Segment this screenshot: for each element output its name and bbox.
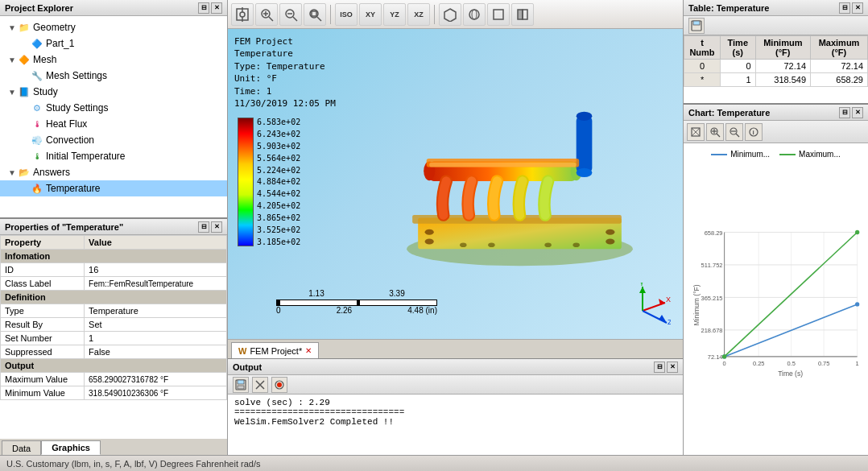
tab-data[interactable]: Data <box>2 440 41 455</box>
toolbar-half-view[interactable] <box>511 3 534 26</box>
row0-min: 72.14 <box>755 60 810 73</box>
expand-part1[interactable] <box>19 38 31 49</box>
row1-time: 1 <box>721 73 756 87</box>
expand-initial-temp[interactable] <box>19 151 31 162</box>
props-row-maxvalue: Maximum Value 658.290027316782 °F <box>1 373 227 386</box>
props-section-output: Output <box>1 359 227 373</box>
expand-heat[interactable] <box>19 118 31 130</box>
props-row-id: ID 16 <box>1 263 227 277</box>
chart-zoom-out-btn[interactable] <box>725 123 743 141</box>
tree-item-answers[interactable]: ▼ 📂 Answers <box>0 164 227 180</box>
svg-line-91 <box>725 304 858 357</box>
chart-info-btn[interactable]: i <box>745 123 763 141</box>
tree-item-study[interactable]: ▼ 📘 Study <box>0 84 227 100</box>
svg-marker-43 <box>639 287 646 293</box>
tab-fem-project[interactable]: W FEM Project* ✕ <box>231 342 319 358</box>
tree-item-geometry[interactable]: ▼ 📁 Geometry <box>0 19 227 35</box>
row0-max: 72.14 <box>811 60 868 73</box>
status-text: U.S. Customary (lbm, in, s, F, A, lbf, V… <box>6 459 260 469</box>
output-record-btn[interactable] <box>271 377 287 393</box>
tab-graphics[interactable]: Graphics <box>41 440 101 455</box>
scale-bar: 1.13 3.39 0 2.26 4.48 (in) <box>276 289 437 315</box>
toolbar-box-view[interactable] <box>439 3 461 26</box>
explorer-close-btn[interactable]: ✕ <box>211 2 222 14</box>
svg-point-15 <box>469 10 479 19</box>
tree-label-answers: Answers <box>33 167 70 178</box>
expand-study-settings[interactable] <box>19 102 31 114</box>
toolbar-xy[interactable]: XY <box>359 3 382 26</box>
axes-indicator: X Y Z <box>626 283 667 323</box>
toolbar-iso[interactable]: ISO <box>335 3 358 26</box>
table-close-btn[interactable]: ✕ <box>852 2 863 14</box>
svg-text:0: 0 <box>723 360 726 367</box>
tree-label-part1: Part_1 <box>46 38 74 49</box>
expand-temperature[interactable] <box>19 183 31 194</box>
viewport[interactable]: FEM Project Temperature Type: Temperatur… <box>228 29 683 339</box>
explorer-pin-btn[interactable]: ⊟ <box>198 2 209 14</box>
prop-name-type: Type <box>1 304 85 318</box>
table-col-time: Time (s) <box>721 36 756 60</box>
tab-bar: W FEM Project* ✕ <box>228 339 683 358</box>
svg-line-9 <box>293 17 297 21</box>
tree-label-heat: Heat Flux <box>46 118 87 130</box>
svg-text:1: 1 <box>856 360 859 367</box>
table-pin-btn[interactable]: ⊟ <box>839 2 850 14</box>
chart-pin-btn[interactable]: ⊟ <box>839 107 850 118</box>
expand-convection[interactable] <box>19 134 31 146</box>
scale-bar-line <box>276 300 437 306</box>
tree-item-heat[interactable]: 🌡 Heat Flux <box>0 116 227 132</box>
expand-study[interactable]: ▼ <box>6 86 18 97</box>
center-area: ISO XY YZ XZ FEM Project Temperature <box>228 0 683 455</box>
tree-label-study: Study <box>33 86 58 97</box>
toolbar-flat-view[interactable] <box>487 3 510 26</box>
svg-point-36 <box>577 168 593 177</box>
props-close-btn[interactable]: ✕ <box>211 221 222 233</box>
prop-value-maxvalue: 658.290027316782 °F <box>85 373 227 386</box>
output-clear-btn[interactable] <box>252 377 268 393</box>
tree-item-initial-temp[interactable]: 🌡 Initial Temperature <box>0 148 227 164</box>
toolbar-xz[interactable]: XZ <box>407 3 430 26</box>
chart-home-btn[interactable] <box>687 123 705 141</box>
svg-point-26 <box>606 239 614 245</box>
svg-marker-14 <box>444 9 456 22</box>
expand-mesh-settings[interactable] <box>19 70 31 81</box>
tree-area[interactable]: ▼ 📁 Geometry 🔷 Part_1 ▼ 🔶 Mesh <box>0 16 227 217</box>
tree-item-part1[interactable]: 🔷 Part_1 <box>0 35 227 52</box>
props-pin-btn[interactable]: ⊟ <box>198 221 209 233</box>
row1-t: * <box>684 73 721 87</box>
expand-geometry[interactable]: ▼ <box>6 22 18 33</box>
chart-legend: Minimum... Maximum... <box>690 150 862 159</box>
chart-close-btn[interactable]: ✕ <box>852 107 863 118</box>
toolbar-yz[interactable]: YZ <box>383 3 406 26</box>
expand-answers[interactable]: ▼ <box>6 167 18 178</box>
fem-type-name: Temperature <box>234 48 336 60</box>
output-content: solve (sec) : 2.29 =====================… <box>228 395 683 455</box>
output-save-btn[interactable] <box>233 377 249 393</box>
props-row-resultby: Result By Set <box>1 318 227 332</box>
props-title: Properties of "Temperature" <box>5 222 123 232</box>
toolbar-zoom-box[interactable] <box>304 3 326 26</box>
tab-close-btn[interactable]: ✕ <box>305 346 312 355</box>
toolbar-zoom-out[interactable] <box>279 3 302 26</box>
output-close-btn[interactable]: ✕ <box>667 362 678 373</box>
prop-value-type: Temperature <box>85 304 227 318</box>
toolbar-fit-all[interactable] <box>231 3 254 26</box>
study-settings-icon: ⚙ <box>31 101 43 114</box>
svg-text:0.75: 0.75 <box>818 360 829 367</box>
tree-item-convection[interactable]: 💨 Convection <box>0 132 227 148</box>
table-panel: Table: Temperature ⊟ ✕ t Numb Time (s <box>684 0 868 105</box>
table-save-btn[interactable] <box>688 18 705 34</box>
tree-item-study-settings[interactable]: ⚙ Study Settings <box>0 100 227 116</box>
tree-item-mesh-settings[interactable]: 🔧 Mesh Settings <box>0 68 227 84</box>
legend-max-label: Maximum... <box>799 150 841 159</box>
toolbar-zoom-in[interactable] <box>255 3 278 26</box>
mesh-icon: 🔶 <box>18 53 31 66</box>
chart-zoom-in-btn[interactable] <box>706 123 724 141</box>
expand-mesh[interactable]: ▼ <box>6 54 18 65</box>
svg-line-63 <box>736 134 739 137</box>
tab-label: FEM Project* <box>250 346 302 356</box>
tree-item-temperature[interactable]: 🔥 Temperature <box>0 180 227 196</box>
tree-item-mesh[interactable]: ▼ 🔶 Mesh <box>0 52 227 68</box>
toolbar-sphere-view[interactable] <box>463 3 486 26</box>
output-undock-btn[interactable]: ⊟ <box>654 362 665 373</box>
